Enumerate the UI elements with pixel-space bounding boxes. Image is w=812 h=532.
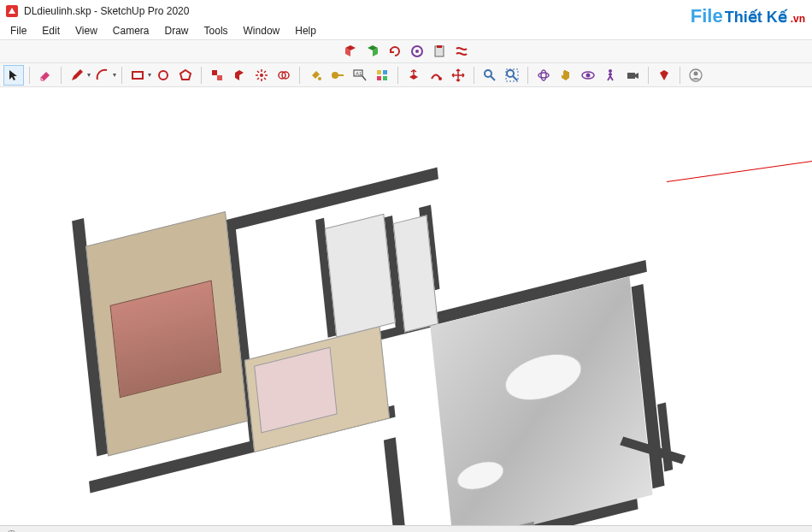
svg-point-9 — [260, 74, 263, 77]
svg-rect-18 — [383, 70, 387, 74]
svg-rect-19 — [377, 76, 381, 80]
svg-rect-5 — [132, 72, 143, 79]
walk-icon[interactable] — [600, 65, 621, 86]
toolbar-main: ▾ ▾ ▾ A1 — [0, 63, 812, 87]
paint-bucket-icon[interactable] — [305, 65, 326, 86]
window-title: DLdieulinh.skp - SketchUp Pro 2020 — [24, 5, 189, 17]
svg-rect-17 — [377, 70, 381, 74]
model-floorplan — [62, 162, 724, 525]
select-icon[interactable] — [3, 65, 24, 86]
make-group-icon[interactable] — [207, 65, 227, 86]
viewport-3d[interactable]: Copyright © FileThietKe.vn — [0, 87, 812, 525]
menu-help[interactable]: Help — [288, 23, 323, 38]
svg-rect-8 — [217, 75, 222, 80]
user-account-icon[interactable] — [685, 65, 706, 86]
brand-main: Thiết Kế — [725, 8, 787, 27]
position-camera-icon[interactable] — [622, 65, 643, 86]
intersect-icon[interactable] — [274, 65, 294, 86]
orbit-icon[interactable] — [533, 65, 554, 86]
make-component-icon[interactable] — [362, 41, 383, 62]
text-label-icon[interactable]: A1 — [350, 65, 370, 86]
svg-point-22 — [485, 70, 491, 77]
dynamic-swap-icon[interactable] — [451, 41, 472, 62]
component-red-icon[interactable] — [229, 65, 250, 86]
svg-rect-20 — [383, 76, 387, 80]
follow-me-icon[interactable] — [426, 65, 446, 86]
app-icon — [5, 4, 19, 18]
rectangle-icon[interactable] — [127, 65, 148, 86]
menu-edit[interactable]: Edit — [35, 23, 67, 38]
zoom-icon[interactable] — [480, 65, 500, 86]
statusbar-info-icon: ⓘ — [7, 529, 16, 532]
svg-point-23 — [507, 70, 514, 77]
svg-point-13 — [332, 72, 338, 79]
svg-point-25 — [538, 73, 549, 78]
zoom-extents-icon[interactable] — [502, 65, 522, 86]
svg-rect-30 — [627, 73, 635, 79]
reload-icon[interactable] — [385, 41, 405, 62]
clipboard-icon[interactable] — [429, 41, 450, 62]
svg-rect-14 — [338, 74, 344, 76]
push-pull-icon[interactable] — [403, 65, 424, 86]
menu-tools[interactable]: Tools — [197, 23, 235, 38]
look-around-icon[interactable] — [578, 65, 598, 86]
svg-point-12 — [318, 77, 321, 80]
explode-icon[interactable] — [251, 65, 272, 86]
menu-camera[interactable]: Camera — [106, 23, 156, 38]
circle-icon[interactable] — [153, 65, 174, 86]
brand-suffix: .vn — [791, 13, 805, 25]
brand-prefix: File — [691, 5, 723, 27]
svg-point-32 — [694, 71, 698, 75]
pencil-icon[interactable] — [67, 65, 87, 86]
title-filename: DLdieulinh.skp — [24, 5, 91, 17]
svg-point-28 — [586, 73, 591, 77]
toolbar-separator — [29, 67, 30, 84]
menu-draw[interactable]: Draw — [158, 23, 196, 38]
title-appname: SketchUp Pro 2020 — [100, 5, 189, 17]
toolbar-upper — [0, 39, 812, 63]
eraser-icon[interactable] — [35, 65, 56, 86]
statusbar: ⓘ ? Select objects. Shift to extend sele… — [0, 525, 812, 532]
polygon-icon[interactable] — [175, 65, 196, 86]
svg-text:A1: A1 — [356, 71, 362, 76]
move-icon[interactable] — [448, 65, 468, 86]
menu-file[interactable]: File — [3, 23, 33, 38]
svg-point-6 — [159, 71, 168, 80]
pan-icon[interactable] — [556, 65, 576, 86]
svg-rect-7 — [212, 70, 217, 75]
svg-point-29 — [609, 69, 612, 73]
menu-view[interactable]: View — [68, 23, 104, 38]
arc-icon[interactable] — [92, 65, 113, 86]
menu-window[interactable]: Window — [237, 23, 287, 38]
svg-rect-4 — [437, 45, 442, 48]
ruby-icon[interactable] — [654, 65, 674, 86]
svg-point-21 — [438, 77, 442, 80]
component-options-icon[interactable] — [340, 41, 361, 62]
color-sample-icon[interactable] — [372, 65, 392, 86]
svg-point-26 — [541, 70, 546, 80]
dynamic-icon[interactable] — [407, 41, 427, 62]
svg-point-2 — [415, 50, 419, 53]
tape-measure-icon[interactable] — [327, 65, 348, 86]
brand-watermark: File Thiết Kế .vn — [691, 5, 805, 27]
